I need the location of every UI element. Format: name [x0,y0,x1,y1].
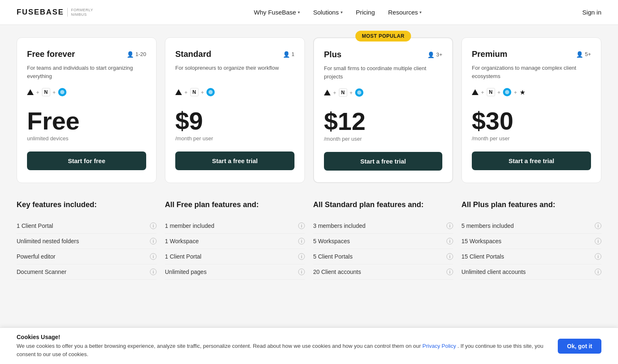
plan-members-free: 👤 1-20 [127,51,146,58]
plan-card-standard: Standard 👤 1 For solopreneurs to organiz… [165,37,305,183]
nav-why-fusebase[interactable]: Why FuseBase ▾ [254,9,300,16]
price-value-free: Free [27,109,146,134]
plan-card-free: Free forever 👤 1-20 For teams and indivi… [17,37,157,183]
notion-icon: N [339,88,347,97]
info-icon[interactable]: i [150,222,157,229]
feature-item: Powerful editor i [17,249,157,264]
features-heading-premium: All Plus plan features and: [461,200,601,210]
card-header-plus: Plus 👤 3+ [324,50,442,59]
price-value-standard: $9 [175,109,294,134]
integration-icons-premium: + N + + ★ [472,88,591,96]
plan-price-plus: $12 /month per user [324,109,442,142]
info-icon[interactable]: i [595,222,601,229]
person-icon: 👤 [427,51,434,58]
price-value-premium: $30 [472,109,591,134]
most-popular-badge: MOST POPULAR [355,31,411,42]
info-icon[interactable]: i [150,238,157,244]
feature-item: Unlimited nested folders i [17,234,157,249]
cta-button-standard[interactable]: Start a free trial [175,151,294,170]
nav-solutions[interactable]: Solutions ▾ [313,9,343,16]
info-icon[interactable]: i [446,253,453,260]
plan-title-free: Free forever [27,49,75,59]
info-icon[interactable]: i [298,238,305,244]
features-col-plus: All Standard plan features and: 3 member… [313,200,453,280]
circle-icon [503,88,511,96]
info-icon[interactable]: i [150,269,157,275]
price-sub-premium: /month per user [472,135,591,142]
svg-point-1 [208,90,213,94]
info-icon[interactable]: i [298,253,305,260]
integration-icons-free: + N + [27,88,146,96]
plan-price-premium: $30 /month per user [472,109,591,142]
plan-title-plus: Plus [324,50,341,59]
plan-description-standard: For solopreneurs to organize their workf… [175,64,294,81]
plan-title-premium: Premium [472,49,508,59]
plan-card-plus: MOST POPULAR Plus 👤 3+ For small firms t… [313,37,453,183]
price-sub-plus: /month per user [324,136,442,142]
features-row: Key features included: 1 Client Portal i… [17,200,601,280]
feature-item: 5 members included i [461,218,601,234]
feature-item: 1 Workspace i [165,234,305,249]
feature-item: 1 member included i [165,218,305,234]
info-icon[interactable]: i [595,253,601,260]
logo: FUSEBASE FORMERLYNIMBUS [17,8,93,17]
circle-icon [355,88,363,97]
nav-links: Why FuseBase ▾ Solutions ▾ Pricing Resou… [254,9,422,16]
main-content: Free forever 👤 1-20 For teams and indivi… [0,25,618,313]
price-sub-free: unlimited devices [27,135,146,142]
info-icon[interactable]: i [298,269,305,275]
triangle-icon [27,89,34,95]
card-header-premium: Premium 👤 5+ [472,49,591,59]
info-icon[interactable]: i [446,222,453,229]
triangle-icon [472,89,478,95]
feature-item: 1 Client Portal i [17,218,157,234]
plan-description-premium: For organizations to manage complex clie… [472,64,591,81]
person-icon: 👤 [576,51,583,58]
feature-item: Unlimited client accounts i [461,264,601,280]
feature-item: 1 Client Portal i [165,249,305,264]
feature-item: 3 members included i [313,218,453,234]
signin-button[interactable]: Sign in [582,9,601,16]
chevron-down-icon: ▾ [298,10,300,15]
feature-item: 15 Workspaces i [461,234,601,249]
features-heading-free: Key features included: [17,200,157,210]
features-col-standard: All Free plan features and: 1 member inc… [165,200,305,280]
info-icon[interactable]: i [595,269,601,275]
logo-text: FUSEBASE [17,8,64,17]
info-icon[interactable]: i [595,238,601,244]
feature-item: 5 Workspaces i [313,234,453,249]
circle-icon [58,88,66,96]
triangle-icon [175,89,182,95]
triangle-icon [324,90,331,95]
feature-item: Document Scanner i [17,264,157,280]
plan-members-standard: 👤 1 [283,51,294,58]
integration-icons-standard: + N + [175,88,294,96]
nav-resources[interactable]: Resources ▾ [388,9,422,16]
feature-item: 20 Client accounts i [313,264,453,280]
person-icon: 👤 [127,51,134,58]
circle-icon [206,88,215,96]
feature-item: 15 Client Portals i [461,249,601,264]
cta-button-plus[interactable]: Start a free trial [324,152,442,171]
star-icon: ★ [520,88,525,96]
price-sub-standard: /month per user [175,135,294,142]
info-icon[interactable]: i [298,222,305,229]
features-col-free: Key features included: 1 Client Portal i… [17,200,157,280]
notion-icon: N [487,88,495,96]
cta-button-free[interactable]: Start for free [27,151,146,170]
plan-card-premium: Premium 👤 5+ For organizations to manage… [461,37,601,183]
feature-item: Unlimited pages i [165,264,305,280]
notion-icon: N [190,88,199,96]
features-heading-standard: All Free plan features and: [165,200,305,210]
pricing-cards-row: Free forever 👤 1-20 For teams and indivi… [17,37,601,183]
chevron-down-icon: ▾ [419,10,422,15]
info-icon[interactable]: i [446,238,453,244]
card-header-standard: Standard 👤 1 [175,49,294,59]
price-value-plus: $12 [324,109,442,134]
nav-pricing[interactable]: Pricing [356,9,375,16]
plan-price-free: Free unlimited devices [27,109,146,142]
cta-button-premium[interactable]: Start a free trial [472,151,591,170]
card-header-free: Free forever 👤 1-20 [27,49,146,59]
info-icon[interactable]: i [446,269,453,275]
info-icon[interactable]: i [150,253,157,260]
